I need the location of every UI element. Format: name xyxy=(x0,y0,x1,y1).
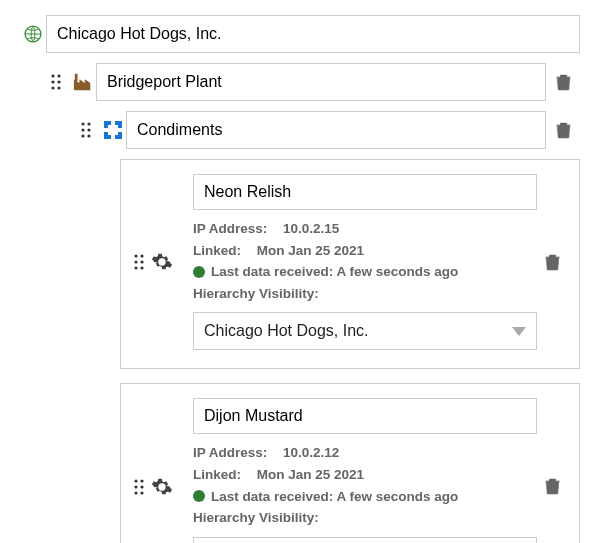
svg-point-23 xyxy=(140,485,143,488)
svg-point-6 xyxy=(57,86,60,89)
last-data-line: Last data received: A few seconds ago xyxy=(193,486,537,508)
plant-row xyxy=(20,63,580,101)
svg-point-5 xyxy=(51,86,54,89)
delete-group-button[interactable] xyxy=(546,122,580,139)
plant-name-input[interactable] xyxy=(96,63,546,101)
hierarchy-select[interactable]: Chicago Hot Dogs, Inc. xyxy=(193,537,537,543)
svg-point-12 xyxy=(81,134,84,137)
group-name-input[interactable] xyxy=(126,111,546,149)
svg-point-9 xyxy=(87,122,90,125)
svg-point-18 xyxy=(134,267,137,270)
drag-handle-icon[interactable] xyxy=(133,479,145,495)
globe-icon xyxy=(20,24,46,44)
delete-device-button[interactable] xyxy=(537,254,567,271)
svg-point-15 xyxy=(140,255,143,258)
chevron-down-icon xyxy=(512,327,526,336)
svg-point-16 xyxy=(134,261,137,264)
status-dot-icon xyxy=(193,490,205,502)
delete-plant-button[interactable] xyxy=(546,74,580,91)
svg-point-3 xyxy=(51,80,54,83)
gear-icon[interactable] xyxy=(151,251,173,273)
svg-point-8 xyxy=(81,122,84,125)
org-name-input[interactable] xyxy=(46,15,580,53)
svg-point-11 xyxy=(87,128,90,131)
hierarchy-select-value: Chicago Hot Dogs, Inc. xyxy=(204,322,369,340)
svg-point-20 xyxy=(134,479,137,482)
linked-date-line: Linked: Mon Jan 25 2021 xyxy=(193,464,537,486)
svg-point-21 xyxy=(140,479,143,482)
target-icon xyxy=(100,120,126,140)
drag-handle-icon[interactable] xyxy=(133,254,145,270)
device-card: IP Address: 10.0.2.12 Linked: Mon Jan 25… xyxy=(120,383,580,543)
ip-address-line: IP Address: 10.0.2.12 xyxy=(193,442,537,464)
group-row xyxy=(20,111,580,149)
device-name-input[interactable] xyxy=(193,398,537,434)
svg-point-25 xyxy=(140,491,143,494)
svg-point-19 xyxy=(140,267,143,270)
ip-address-line: IP Address: 10.0.2.15 xyxy=(193,218,537,240)
hierarchy-label: Hierarchy Visibility: xyxy=(193,507,537,529)
device-name-input[interactable] xyxy=(193,174,537,210)
svg-point-4 xyxy=(57,80,60,83)
svg-point-10 xyxy=(81,128,84,131)
gear-icon[interactable] xyxy=(151,476,173,498)
factory-icon xyxy=(70,72,96,92)
hierarchy-select[interactable]: Chicago Hot Dogs, Inc. xyxy=(193,312,537,350)
linked-date-line: Linked: Mon Jan 25 2021 xyxy=(193,240,537,262)
svg-point-14 xyxy=(134,255,137,258)
svg-point-1 xyxy=(51,74,54,77)
device-card: IP Address: 10.0.2.15 Linked: Mon Jan 25… xyxy=(120,159,580,369)
last-data-line: Last data received: A few seconds ago xyxy=(193,261,537,283)
svg-point-22 xyxy=(134,485,137,488)
drag-handle-icon[interactable] xyxy=(50,74,70,90)
svg-rect-7 xyxy=(75,74,78,81)
drag-handle-icon[interactable] xyxy=(80,122,100,138)
svg-point-17 xyxy=(140,261,143,264)
status-dot-icon xyxy=(193,266,205,278)
delete-device-button[interactable] xyxy=(537,478,567,495)
hierarchy-label: Hierarchy Visibility: xyxy=(193,283,537,305)
org-row xyxy=(20,15,580,53)
svg-point-24 xyxy=(134,491,137,494)
svg-point-2 xyxy=(57,74,60,77)
svg-point-13 xyxy=(87,134,90,137)
